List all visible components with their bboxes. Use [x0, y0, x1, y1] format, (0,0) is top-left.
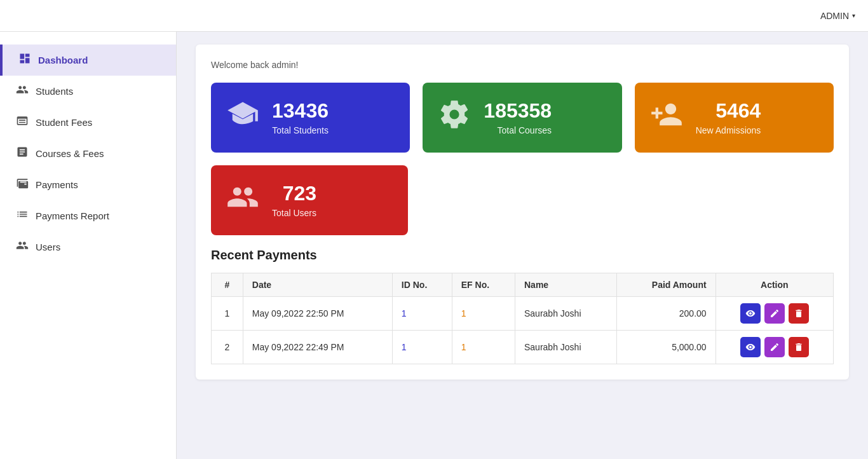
cell-id-1: 1	[392, 297, 452, 331]
total-students-number: 13436	[272, 100, 329, 122]
col-name: Name	[515, 273, 617, 297]
view-button-2[interactable]	[740, 337, 761, 357]
total-courses-label: Total Courses	[498, 125, 552, 135]
dashboard-icon	[18, 52, 32, 68]
payments-report-icon	[15, 208, 29, 224]
users-group-icon	[226, 181, 259, 220]
gear-icon	[438, 98, 471, 137]
sidebar: Dashboard Students Student Fees Courses …	[0, 32, 177, 459]
cell-amount-2: 5,000.00	[617, 331, 715, 364]
payments-table: # Date ID No. EF No. Name Paid Amount Ac…	[211, 273, 834, 364]
stat-info-total-users: 723 Total Users	[272, 182, 316, 217]
cell-action-2	[715, 331, 833, 364]
stat-card-total-courses: 185358 Total Courses	[423, 83, 621, 153]
recent-payments-title: Recent Payments	[211, 248, 834, 263]
layout: Dashboard Students Student Fees Courses …	[0, 32, 868, 459]
sidebar-label-users: Users	[36, 242, 60, 252]
cell-name-1: Saurabh Joshi	[515, 297, 617, 331]
action-buttons-2	[725, 337, 824, 357]
edit-button-2[interactable]	[764, 337, 785, 357]
sidebar-label-students: Students	[36, 86, 73, 97]
cell-ef-1: 1	[452, 297, 515, 331]
cell-date-2: May 09,2022 22:49 PM	[243, 331, 392, 364]
cell-id-2: 1	[392, 331, 452, 364]
new-admissions-number: 5464	[715, 100, 761, 122]
stat-card-total-users: 723 Total Users	[211, 165, 408, 235]
topbar: ADMIN ▾	[0, 0, 868, 32]
delete-button-1[interactable]	[789, 303, 809, 324]
action-buttons-1	[725, 303, 824, 324]
sidebar-item-student-fees[interactable]: Student Fees	[0, 107, 176, 138]
cell-name-2: Saurabh Joshi	[515, 331, 617, 364]
sidebar-item-courses-fees[interactable]: Courses & Fees	[0, 138, 176, 169]
col-paid-amount: Paid Amount	[617, 273, 715, 297]
sidebar-label-dashboard: Dashboard	[38, 55, 88, 65]
col-ef-no: EF No.	[452, 273, 515, 297]
admin-dropdown[interactable]: ADMIN ▾	[820, 11, 855, 21]
sidebar-label-student-fees: Student Fees	[36, 117, 92, 128]
cell-ef-2: 1	[452, 331, 515, 364]
total-students-label: Total Students	[272, 125, 329, 135]
new-admissions-label: New Admissions	[696, 125, 761, 135]
sidebar-label-payments-report: Payments Report	[36, 210, 109, 221]
edit-button-1[interactable]	[764, 303, 785, 324]
col-id-no: ID No.	[392, 273, 452, 297]
stat-card-total-students: 13436 Total Students	[211, 83, 410, 153]
students-icon	[15, 83, 29, 99]
total-users-label: Total Users	[272, 208, 316, 218]
stat-info-total-courses: 185358 Total Courses	[484, 100, 552, 135]
content-card: Welcome back admin! 13436 Total Students	[196, 45, 849, 380]
view-button-1[interactable]	[740, 303, 761, 324]
sidebar-label-payments: Payments	[36, 179, 78, 190]
stat-card-new-admissions: 5464 New Admissions	[635, 83, 834, 153]
total-users-number: 723	[283, 182, 316, 205]
cell-num-1: 1	[212, 297, 243, 331]
chevron-down-icon: ▾	[852, 12, 855, 19]
student-fees-icon	[15, 114, 29, 130]
col-action: Action	[715, 273, 833, 297]
table-header: # Date ID No. EF No. Name Paid Amount Ac…	[212, 273, 834, 297]
sidebar-item-dashboard[interactable]: Dashboard	[0, 45, 176, 76]
total-courses-number: 185358	[484, 100, 552, 122]
stat-info-total-students: 13436 Total Students	[272, 100, 329, 135]
delete-button-2[interactable]	[789, 337, 809, 357]
sidebar-item-payments-report[interactable]: Payments Report	[0, 200, 176, 231]
col-num: #	[212, 273, 243, 297]
cell-num-2: 2	[212, 331, 243, 364]
payments-icon	[15, 177, 29, 193]
main-content: Welcome back admin! 13436 Total Students	[177, 32, 868, 459]
admin-label: ADMIN	[820, 11, 849, 21]
sidebar-item-students[interactable]: Students	[0, 76, 176, 107]
courses-fees-icon	[15, 146, 29, 161]
user-plus-icon	[650, 98, 683, 137]
cell-date-1: May 09,2022 22:50 PM	[243, 297, 392, 331]
stat-info-new-admissions: 5464 New Admissions	[696, 100, 761, 135]
users-icon	[15, 239, 29, 255]
stats-row-1: 13436 Total Students 185358 Total Course…	[211, 83, 834, 153]
welcome-text: Welcome back admin!	[211, 60, 834, 70]
sidebar-label-courses-fees: Courses & Fees	[36, 148, 104, 159]
table-row: 2 May 09,2022 22:49 PM 1 1 Saurabh Joshi…	[212, 331, 834, 364]
cell-action-1	[715, 297, 833, 331]
cell-amount-1: 200.00	[617, 297, 715, 331]
stats-row-2: 723 Total Users	[211, 165, 834, 235]
sidebar-item-payments[interactable]: Payments	[0, 169, 176, 200]
payments-table-body: 1 May 09,2022 22:50 PM 1 1 Saurabh Joshi…	[212, 297, 834, 364]
table-row: 1 May 09,2022 22:50 PM 1 1 Saurabh Joshi…	[212, 297, 834, 331]
sidebar-item-users[interactable]: Users	[0, 231, 176, 263]
graduation-icon	[226, 98, 259, 137]
col-date: Date	[243, 273, 392, 297]
